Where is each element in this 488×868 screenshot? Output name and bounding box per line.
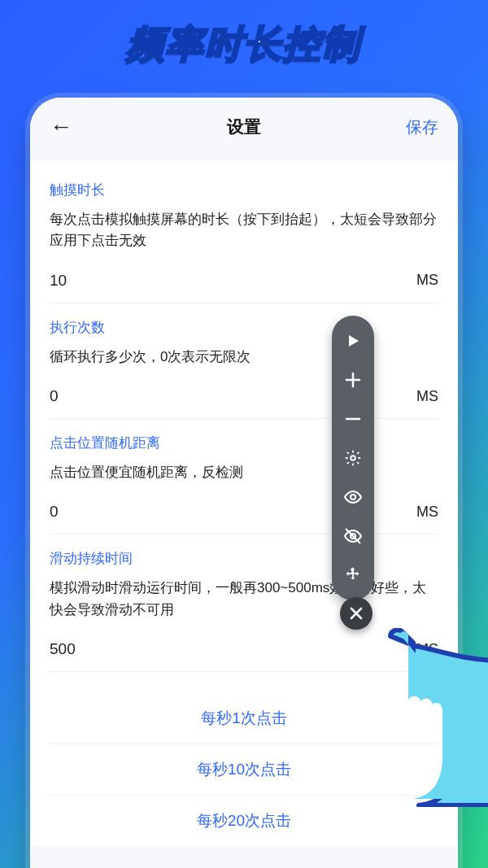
preset-list: 每秒1次点击 每秒10次点击 每秒20次点击 bbox=[30, 693, 458, 846]
value-input-row[interactable]: 500 MS bbox=[50, 635, 438, 672]
floating-toolbar[interactable] bbox=[332, 316, 374, 600]
eye-icon[interactable] bbox=[342, 486, 364, 508]
value: 0 bbox=[50, 387, 59, 405]
unit: MS bbox=[416, 504, 438, 521]
minus-icon[interactable] bbox=[342, 408, 364, 430]
page-title: 设置 bbox=[227, 116, 261, 138]
preset-1-per-sec[interactable]: 每秒1次点击 bbox=[50, 693, 438, 744]
eye-off-icon[interactable] bbox=[342, 526, 364, 547]
phone-frame: ← 设置 保存 触摸时长 每次点击模拟触摸屏幕的时长（按下到抬起），太短会导致部… bbox=[30, 98, 458, 868]
section-random-distance: 点击位置随机距离 点击位置便宜随机距离，反检测 0 MS bbox=[30, 425, 458, 534]
section-title: 触摸时长 bbox=[50, 181, 438, 199]
section-swipe-duration: 滑动持续时间 模拟滑动时滑动运行时间，一般再300~500ms效果会好些，太快会… bbox=[30, 541, 458, 672]
value-input-row[interactable]: 10 MS bbox=[50, 267, 438, 303]
settings-list: 触摸时长 每次点击模拟触摸屏幕的时长（按下到抬起），太短会导致部分应用下点击无效… bbox=[30, 161, 458, 846]
section-exec-count: 执行次数 循环执行多少次，0次表示无限次 0 MS bbox=[30, 310, 458, 419]
back-button[interactable]: ← bbox=[50, 114, 90, 140]
preset-10-per-sec[interactable]: 每秒10次点击 bbox=[50, 744, 438, 795]
value: 0 bbox=[50, 503, 59, 521]
value: 500 bbox=[50, 640, 76, 658]
unit: MS bbox=[416, 388, 438, 405]
gear-icon[interactable] bbox=[342, 447, 364, 469]
navbar: ← 设置 保存 bbox=[30, 98, 458, 156]
unit: MS bbox=[416, 641, 438, 658]
save-button[interactable]: 保存 bbox=[398, 116, 438, 138]
play-icon[interactable] bbox=[342, 330, 364, 351]
section-desc: 循环执行多少次，0次表示无限次 bbox=[50, 347, 438, 368]
section-title: 点击位置随机距离 bbox=[50, 434, 438, 452]
value-input-row[interactable]: 0 MS bbox=[50, 382, 438, 419]
section-title: 滑动持续时间 bbox=[50, 549, 438, 568]
value: 10 bbox=[50, 272, 67, 290]
svg-point-1 bbox=[351, 495, 355, 499]
plus-icon[interactable] bbox=[342, 369, 364, 390]
move-icon[interactable] bbox=[342, 565, 364, 586]
value-input-row[interactable]: 0 MS bbox=[50, 498, 438, 534]
screen: ← 设置 保存 触摸时长 每次点击模拟触摸屏幕的时长（按下到抬起），太短会导致部… bbox=[30, 98, 458, 868]
section-desc: 模拟滑动时滑动运行时间，一般再300~500ms效果会好些，太快会导致滑动不可用 bbox=[50, 578, 438, 621]
section-desc: 每次点击模拟触摸屏幕的时长（按下到抬起），太短会导致部分应用下点击无效 bbox=[50, 209, 438, 252]
section-title: 执行次数 bbox=[50, 318, 438, 337]
section-desc: 点击位置便宜随机距离，反检测 bbox=[50, 462, 438, 483]
section-touch-duration: 触摸时长 每次点击模拟触摸屏幕的时长（按下到抬起），太短会导致部分应用下点击无效… bbox=[30, 172, 458, 303]
banner-title: 频率时长控制 bbox=[127, 20, 361, 70]
unit: MS bbox=[416, 272, 438, 289]
close-button[interactable] bbox=[340, 597, 373, 630]
promo-banner: 频率时长控制 bbox=[0, 0, 488, 89]
preset-20-per-sec[interactable]: 每秒20次点击 bbox=[50, 795, 438, 846]
svg-point-0 bbox=[351, 456, 355, 460]
